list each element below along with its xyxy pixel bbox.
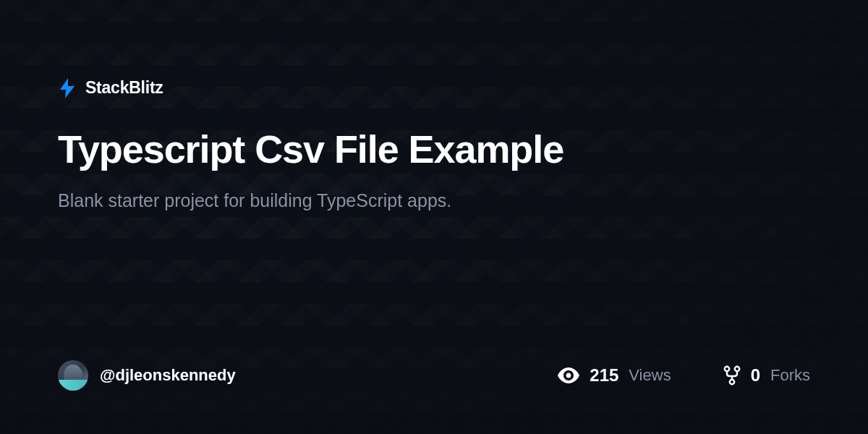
- forks-stat: 0 Forks: [723, 365, 810, 386]
- avatar: [58, 360, 88, 391]
- lightning-bolt-icon: [58, 79, 77, 98]
- stats-group: 215 Views 0 Forks: [558, 365, 810, 386]
- project-description: Blank starter project for building TypeS…: [58, 188, 810, 213]
- project-title: Typescript Csv File Example: [58, 128, 810, 171]
- views-count: 215: [590, 365, 618, 386]
- brand-logo[interactable]: StackBlitz: [58, 78, 810, 98]
- footer-bar: @djleonskennedy 215 Views: [58, 360, 810, 434]
- author-link[interactable]: @djleonskennedy: [58, 360, 236, 391]
- views-stat: 215 Views: [558, 365, 671, 386]
- views-label: Views: [629, 366, 671, 385]
- eye-icon: [558, 367, 579, 383]
- forks-label: Forks: [770, 366, 810, 385]
- main-container: StackBlitz Typescript Csv File Example B…: [0, 0, 868, 434]
- author-username: @djleonskennedy: [100, 366, 236, 385]
- svg-point-1: [734, 367, 739, 371]
- svg-point-0: [724, 367, 728, 371]
- forks-count: 0: [751, 365, 760, 386]
- svg-point-2: [729, 380, 733, 384]
- brand-name: StackBlitz: [85, 78, 163, 98]
- fork-icon: [723, 365, 741, 386]
